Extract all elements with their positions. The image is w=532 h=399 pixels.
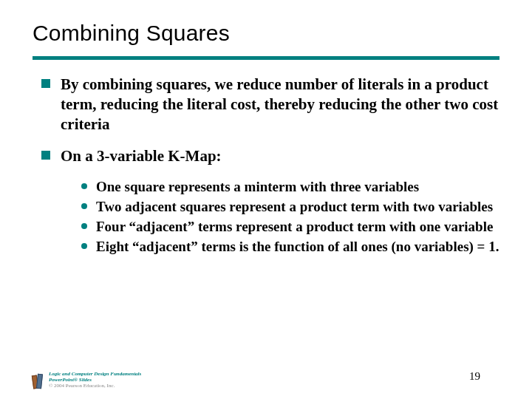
page-number: 19 <box>469 370 480 383</box>
bullet-text: By combining squares, we reduce number o… <box>61 75 499 134</box>
bullet-item: On a 3-variable K-Map: <box>33 146 499 166</box>
circle-bullet-icon <box>81 183 87 189</box>
sub-bullet-item: Eight “adjacent” terms is the function o… <box>61 238 499 256</box>
sub-bullet-text: Four “adjacent” terms represent a produc… <box>96 218 493 236</box>
sub-bullet-text: One square represents a minterm with thr… <box>96 178 419 196</box>
sub-bullet-item: Two adjacent squares represent a product… <box>61 198 499 216</box>
sub-bullet-list: One square represents a minterm with thr… <box>33 178 499 256</box>
slide-title: Combining Squares <box>33 21 499 46</box>
bullet-text: On a 3-variable K-Map: <box>61 146 222 166</box>
books-icon <box>33 375 43 389</box>
sub-bullet-item: Four “adjacent” terms represent a produc… <box>61 218 499 236</box>
bullet-item: By combining squares, we reduce number o… <box>33 75 499 134</box>
footer-line-2: PowerPoint® Slides <box>49 377 141 383</box>
title-underline <box>33 56 499 60</box>
sub-bullet-text: Two adjacent squares represent a product… <box>96 198 493 216</box>
slide-body: Combining Squares By combining squares, … <box>0 0 532 256</box>
square-bullet-icon <box>41 151 50 160</box>
circle-bullet-icon <box>81 223 87 229</box>
footer-copyright: © 2004 Pearson Education, Inc. <box>49 383 141 389</box>
circle-bullet-icon <box>81 203 87 209</box>
footer-text: Logic and Computer Design Fundamentals P… <box>49 371 141 389</box>
circle-bullet-icon <box>81 243 87 249</box>
sub-bullet-text: Eight “adjacent” terms is the function o… <box>96 238 499 256</box>
square-bullet-icon <box>41 79 50 88</box>
footer: Logic and Computer Design Fundamentals P… <box>33 371 141 389</box>
footer-line-1: Logic and Computer Design Fundamentals <box>49 371 141 377</box>
sub-bullet-item: One square represents a minterm with thr… <box>61 178 499 196</box>
